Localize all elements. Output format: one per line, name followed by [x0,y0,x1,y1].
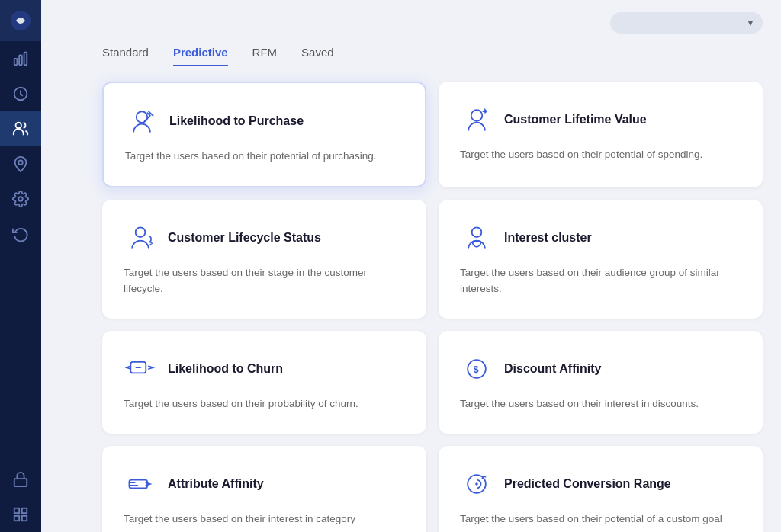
card-header: $ Discount Affinity [460,352,741,386]
card-description: Target the users based on their probabil… [124,396,405,412]
cards-grid: Likelihood to Purchase Target the users … [41,66,781,532]
attribute-icon [124,467,157,501]
card-title: Interest cluster [504,231,592,245]
conversion-icon [460,467,493,501]
svg-point-5 [16,123,21,128]
card-description: Target the users based on their interest… [460,396,741,412]
header-dropdown[interactable]: ▼ [610,12,763,34]
interest-icon [460,221,493,255]
sidebar [0,0,41,532]
svg-rect-8 [14,479,27,486]
svg-point-7 [18,197,23,201]
purchase-icon [125,104,159,138]
svg-point-14 [471,110,483,121]
card-discount-affinity[interactable]: $ Discount Affinity Target the users bas… [439,331,763,434]
grid-icon[interactable] [0,497,41,532]
card-likelihood-to-purchase[interactable]: Likelihood to Purchase Target the users … [102,82,426,187]
svg-rect-21 [129,479,147,488]
lock-icon[interactable] [0,462,41,497]
card-title: Predicted Conversion Range [504,477,671,491]
svg-point-17 [472,227,482,237]
card-header: Customer Lifetime Value [460,103,741,136]
tab-rfm[interactable]: RFM [252,46,278,66]
card-title: Discount Affinity [504,362,601,376]
card-title: Likelihood to Purchase [169,114,304,128]
card-header: Customer Lifecycle Status [124,221,405,255]
card-title: Customer Lifecycle Status [168,231,321,245]
card-header: Likelihood to Churn [124,352,405,386]
card-header: Interest cluster [460,221,741,255]
svg-rect-3 [24,53,27,66]
tab-standard[interactable]: Standard [102,46,149,66]
chevron-down-icon: ▼ [746,18,755,28]
svg-rect-11 [14,516,19,521]
clock-icon[interactable] [0,76,41,111]
tab-saved[interactable]: Saved [301,46,334,66]
tabs-bar: Standard Predictive RFM Saved [41,34,781,66]
svg-text:$: $ [473,364,478,375]
card-description: Target the users based on their potentia… [460,511,741,527]
card-header: Likelihood to Purchase [125,104,403,138]
card-customer-lifetime-value[interactable]: Customer Lifetime Value Target the users… [439,82,763,187]
card-attribute-affinity[interactable]: Attribute Affinity Target the users base… [102,446,426,532]
card-predicted-conversion-range[interactable]: Predicted Conversion Range Target the us… [439,446,763,532]
lifecycle-icon [124,221,157,255]
discount-icon: $ [460,352,493,386]
bar-chart-icon[interactable] [0,41,41,76]
svg-rect-10 [22,508,27,513]
card-title: Likelihood to Churn [168,362,283,376]
card-description: Target the users based on their stage in… [124,265,405,297]
lifetime-value-icon [460,103,493,136]
location-icon[interactable] [0,146,41,181]
logo-icon[interactable] [0,0,41,41]
users-icon[interactable] [0,111,41,146]
card-likelihood-to-churn[interactable]: Likelihood to Churn Target the users bas… [102,331,426,434]
svg-point-23 [475,482,478,486]
card-title: Attribute Affinity [168,477,264,491]
svg-rect-2 [19,55,22,65]
svg-point-6 [18,160,23,165]
tab-predictive[interactable]: Predictive [173,46,228,66]
svg-point-16 [136,227,146,237]
settings-icon[interactable] [0,181,41,216]
card-customer-lifecycle-status[interactable]: Customer Lifecycle Status Target the use… [102,200,426,319]
svg-rect-9 [14,508,19,513]
history-icon[interactable] [0,216,41,252]
svg-rect-12 [22,516,27,521]
churn-icon [124,352,157,386]
main-content: ▼ Standard Predictive RFM Saved Likeliho… [41,0,781,532]
card-header: Predicted Conversion Range [460,467,741,501]
card-interest-cluster[interactable]: Interest cluster Target the users based … [439,200,763,319]
card-title: Customer Lifetime Value [504,113,647,127]
card-description: Target the users based on their potentia… [460,147,741,163]
card-header: Attribute Affinity [124,467,405,501]
card-description: Target the users based on their audience… [460,265,741,297]
card-description: Target the users based on their potentia… [125,149,403,165]
svg-rect-1 [14,59,18,65]
card-description: Target the users based on their interest… [124,511,405,527]
header: ▼ [41,0,781,34]
